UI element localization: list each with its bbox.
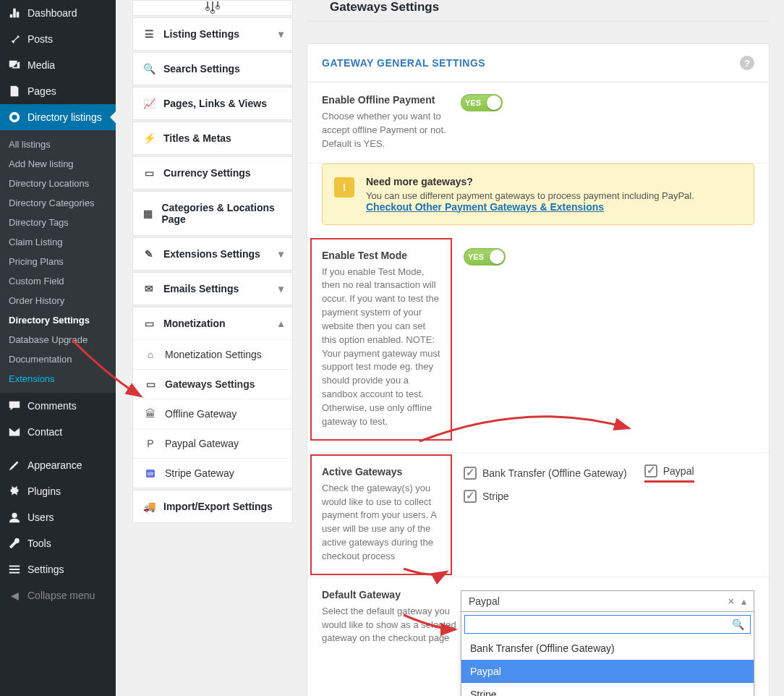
pages-icon — [7, 84, 22, 98]
menu-plugins-label: Plugins — [27, 485, 61, 497]
submenu-documentation[interactable]: Documentation — [0, 349, 116, 369]
menu-directory-listings[interactable]: Directory listings — [0, 104, 116, 130]
nav-gateways-settings[interactable]: ▭Gateways Settings — [133, 369, 292, 399]
home-icon: ⌂ — [143, 349, 158, 360]
menu-plugins[interactable]: Plugins — [0, 478, 116, 504]
menu-comments-label: Comments — [27, 400, 77, 412]
nav-monetization-settings[interactable]: ⌂Monetization Settings — [133, 339, 292, 369]
nav-monetization[interactable]: ▭Monetization▴ — [133, 307, 292, 339]
directory-icon — [7, 110, 22, 124]
money-icon: ▭ — [142, 167, 156, 179]
menu-dashboard[interactable]: Dashboard — [0, 0, 116, 26]
menu-posts-label: Posts — [27, 33, 53, 45]
row-active-gateways: Active Gateways Check the gateway(s) you… — [307, 453, 769, 577]
user-icon — [7, 510, 22, 525]
row-enable-test-mode: Enable Test Mode If you enable Test Mode… — [307, 237, 769, 453]
menu-comments[interactable]: Comments — [0, 393, 116, 419]
menu-users-label: Users — [27, 512, 54, 523]
menu-dashboard-label: Dashboard — [27, 7, 77, 19]
search-icon: 🔍 — [732, 619, 744, 630]
truck-icon: 🚚 — [142, 501, 156, 512]
row-enable-offline-payment: Enable Offline Payment Choose whether yo… — [307, 82, 769, 164]
nav-extensions-settings[interactable]: ✎Extensions Settings▾ — [133, 238, 292, 270]
money-icon: ▭ — [143, 378, 158, 390]
select-search-input[interactable] — [471, 619, 732, 630]
select-option-stripe[interactable]: Stripe — [461, 683, 754, 696]
nav-import-export[interactable]: 🚚Import/Export Settings — [133, 491, 292, 522]
menu-posts[interactable]: Posts — [0, 26, 116, 52]
select-option-bank[interactable]: Bank Transfer (Offline Gateway) — [461, 637, 754, 660]
toggle-test-mode[interactable]: YES — [464, 248, 506, 266]
nav-categories-locations[interactable]: ▦Categories & Locations Page — [133, 192, 292, 235]
directory-submenu: All listings Add New listing Directory L… — [0, 130, 116, 393]
submenu-extensions[interactable]: Extensions — [0, 369, 116, 389]
menu-pages-label: Pages — [27, 85, 56, 97]
stripe-icon: str — [143, 470, 158, 478]
default-gateway-select[interactable]: Paypal × ▴ 🔍 Bank Transfer (Offline Gate… — [461, 590, 754, 696]
label-test-mode: Enable Test Mode — [322, 250, 440, 261]
checkbox-bank-transfer[interactable]: Bank Transfer (Offline Gateway) — [464, 464, 627, 483]
chevron-up-icon: ▴ — [741, 595, 746, 607]
pin-icon — [7, 32, 22, 46]
submenu-directory-settings[interactable]: Directory Settings — [0, 310, 116, 330]
dashboard-icon — [7, 6, 22, 20]
mail-icon — [7, 425, 22, 439]
section-title: GATEWAY GENERAL SETTINGS — [322, 57, 485, 69]
menu-users[interactable]: Users — [0, 504, 116, 530]
menu-settings[interactable]: Settings — [0, 556, 116, 582]
label-active-gateways: Active Gateways — [322, 466, 440, 478]
money-icon: ▭ — [142, 318, 156, 329]
select-clear-icon[interactable]: × — [728, 595, 734, 607]
nav-offline-gateway[interactable]: 🏛Offline Gateway — [133, 399, 292, 428]
submenu-pricing[interactable]: Pricing Plans — [0, 252, 116, 271]
desc-test-mode: If you enable Test Mode, then no real tr… — [322, 266, 440, 429]
menu-appearance-label: Appearance — [27, 459, 82, 471]
menu-settings-label: Settings — [27, 564, 64, 575]
bolt-icon: ⚡ — [142, 132, 156, 144]
plugin-logo — [132, 0, 293, 16]
menu-media[interactable]: Media — [0, 52, 116, 78]
nav-search-settings[interactable]: 🔍Search Settings — [133, 53, 292, 85]
label-enable-offline: Enable Offline Payment — [322, 94, 461, 106]
menu-pages[interactable]: Pages — [0, 78, 116, 104]
menu-contact[interactable]: Contact — [0, 419, 116, 445]
comment-icon — [7, 399, 22, 413]
submenu-add-new[interactable]: Add New listing — [0, 154, 116, 174]
menu-media-label: Media — [27, 59, 55, 71]
nav-stripe-gateway[interactable]: strStripe Gateway — [133, 458, 292, 488]
submenu-claim[interactable]: Claim Listing — [0, 232, 116, 252]
menu-tools[interactable]: Tools — [0, 530, 116, 556]
submenu-custom-field[interactable]: Custom Field — [0, 271, 116, 291]
nav-currency-settings[interactable]: ▭Currency Settings — [133, 157, 292, 189]
menu-appearance[interactable]: Appearance — [0, 452, 116, 478]
nav-emails-settings[interactable]: ✉Emails Settings▾ — [133, 273, 292, 305]
menu-collapse[interactable]: ◀ Collapse menu — [0, 582, 116, 608]
help-icon[interactable]: ? — [740, 56, 754, 70]
nav-titles-metas[interactable]: ⚡Titles & Metas — [133, 122, 292, 154]
warning-icon: ! — [334, 177, 354, 198]
nav-pages-links[interactable]: 📈Pages, Links & Views — [133, 88, 292, 119]
tab-gateways-settings[interactable]: Gateways Settings — [315, 0, 453, 22]
warn-text: You can use different payment gateways t… — [366, 190, 742, 201]
main-content: Gateways Settings GATEWAY GENERAL SETTIN… — [307, 0, 770, 696]
submenu-tags[interactable]: Directory Tags — [0, 213, 116, 232]
desc-enable-offline: Choose whether you want to accept offlin… — [322, 110, 461, 151]
submenu-categories[interactable]: Directory Categories — [0, 193, 116, 213]
checkbox-stripe[interactable]: Stripe — [464, 490, 754, 503]
desc-active-gateways: Check the gateway(s) you would like to u… — [322, 482, 440, 564]
submenu-database-upgrade[interactable]: Database Upgrade — [0, 330, 116, 349]
nav-paypal-gateway[interactable]: PPaypal Gateway — [133, 428, 292, 458]
svg-point-1 — [12, 114, 17, 119]
submenu-locations[interactable]: Directory Locations — [0, 174, 116, 193]
checkbox-paypal[interactable]: Paypal — [644, 464, 694, 483]
select-option-paypal[interactable]: Paypal — [461, 660, 754, 683]
media-icon — [7, 58, 22, 72]
toggle-offline-payment[interactable]: YES — [461, 94, 503, 111]
submenu-order-history[interactable]: Order History — [0, 291, 116, 310]
submenu-all-listings[interactable]: All listings — [0, 135, 116, 154]
settings-sidebar: ☰Listing Settings▾ 🔍Search Settings 📈Pag… — [132, 0, 293, 696]
menu-collapse-label: Collapse menu — [27, 590, 95, 601]
nav-listing-settings[interactable]: ☰Listing Settings▾ — [133, 18, 292, 50]
collapse-icon: ◀ — [7, 588, 22, 603]
warn-link[interactable]: Checkout Other Payment Gateways & Extens… — [366, 201, 604, 213]
